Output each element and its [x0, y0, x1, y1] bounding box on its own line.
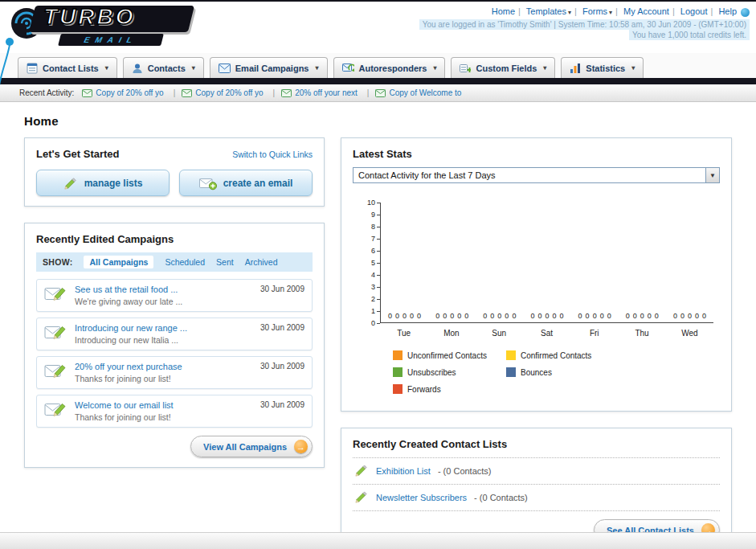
recent-activity-item[interactable]: Copy of 20% off yo	[82, 88, 182, 97]
pencil-icon	[354, 465, 369, 477]
chart-legend: Unconfirmed Contacts Confirmed Contacts …	[393, 350, 720, 401]
contact-list-link[interactable]: Newsletter Subscribers	[376, 493, 467, 502]
chevron-down-icon: ▼	[705, 168, 719, 182]
contact-activity-chart: 109876543210 000000000000000000000000000…	[358, 203, 720, 338]
campaign-subtitle: Thanks for joining our list!	[75, 412, 252, 422]
nav-logout-link[interactable]: Logout	[680, 6, 708, 16]
legend-swatch	[393, 350, 403, 360]
envelope-icon	[182, 89, 192, 97]
campaign-date: 30 Jun 2009	[260, 323, 304, 332]
campaign-title-link[interactable]: See us at the retail food ...	[75, 285, 252, 294]
recent-activity-item[interactable]: 20% off your next	[281, 88, 375, 97]
tab-email-campaigns[interactable]: Email Campaigns▾	[210, 57, 328, 78]
filter-scheduled[interactable]: Scheduled	[165, 257, 205, 267]
campaign-subtitle: We're giving away our late ...	[75, 297, 252, 306]
pencil-icon	[63, 176, 78, 191]
tab-contacts[interactable]: Contacts▾	[123, 57, 204, 78]
recently-edited-campaigns-panel: Recently Edited Campaigns SHOW: All Camp…	[24, 223, 325, 468]
contact-lists-title: Recently Created Contact Lists	[353, 438, 720, 458]
recent-activity-items: Copy of 20% off yo Copy of 20% off yo 20…	[82, 88, 461, 97]
switch-quick-links[interactable]: Switch to Quick Links	[232, 150, 313, 159]
recent-contact-lists-panel: Recently Created Contact Lists Exhibitio…	[341, 428, 732, 549]
nav-forms-link[interactable]: Forms	[582, 6, 607, 16]
top-right-block: Home| Templates▾| Forms▾| My Account| Lo…	[419, 6, 750, 39]
campaign-date: 30 Jun 2009	[260, 400, 304, 409]
get-started-panel: Let's Get Started Switch to Quick Links …	[24, 137, 325, 207]
tab-autoresponders[interactable]: Autoresponders▾	[333, 57, 446, 78]
page-title: Home	[24, 114, 732, 128]
credits-info-line: You have 1,000 total credits left.	[419, 31, 750, 39]
campaign-subtitle: Thanks for joining our list!	[75, 374, 252, 383]
create-email-button[interactable]: create an email	[179, 170, 313, 196]
chevron-down-icon: ▾	[609, 9, 612, 16]
campaign-title-link[interactable]: 20% off your next purchase	[75, 362, 252, 371]
campaign-edit-icon	[44, 285, 67, 302]
chart-y-axis: 109876543210	[358, 203, 380, 323]
campaign-title-link[interactable]: Introducing our new range ...	[75, 323, 252, 333]
custom-fields-icon	[460, 63, 471, 74]
filter-archived[interactable]: Archived	[245, 257, 278, 267]
campaign-filters: SHOW: All Campaigns Scheduled Sent Archi…	[36, 252, 313, 272]
chevron-down-icon: ▾	[192, 64, 195, 72]
filter-sent[interactable]: Sent	[216, 257, 234, 267]
chevron-down-icon: ▾	[568, 9, 571, 16]
nav-home-link[interactable]: Home	[492, 6, 515, 16]
campaign-row: 20% off your next purchase Thanks for jo…	[36, 356, 313, 389]
autoresponders-icon	[342, 63, 354, 73]
contact-list-item: Exhibition List - (0 Contacts)	[353, 458, 720, 485]
tab-statistics[interactable]: Statistics▾	[561, 57, 644, 78]
legend-swatch	[506, 367, 516, 377]
tab-custom-fields[interactable]: Custom Fields▾	[451, 57, 555, 78]
tab-contact-lists[interactable]: Contact Lists▾	[18, 57, 117, 78]
live-help-icon[interactable]	[741, 8, 750, 17]
contact-list-item: Newsletter Subscribers - (0 Contacts)	[353, 485, 720, 511]
campaign-edit-icon	[44, 362, 67, 379]
envelope-icon	[82, 89, 92, 97]
balloon-string-decoration	[0, 37, 18, 93]
login-info-line: You are logged in as 'Timothy Smith' | S…	[419, 20, 750, 29]
recent-activity-item[interactable]: Copy of Welcome to	[375, 88, 461, 97]
legend-swatch	[506, 350, 516, 360]
legend-label: Forwards	[407, 385, 441, 394]
nav-help-link[interactable]: Help	[718, 6, 737, 16]
contact-lists-icon	[27, 63, 38, 74]
envelope-icon	[375, 89, 386, 97]
logo-subtitle: EMAIL	[84, 35, 139, 44]
page-footer	[0, 532, 756, 549]
chevron-down-icon: ▾	[543, 64, 546, 72]
legend-item: Confirmed Contacts	[506, 350, 619, 360]
legend-label: Bounces	[521, 368, 552, 377]
contact-list-link[interactable]: Exhibition List	[376, 466, 431, 476]
get-started-title: Let's Get Started	[36, 148, 120, 160]
chart-days-row: TueMonSunSatFriThuWed	[380, 329, 713, 338]
envelope-plus-icon	[199, 176, 217, 191]
chevron-down-icon: ▾	[315, 64, 318, 72]
recent-activity-label: Recent Activity:	[19, 88, 74, 97]
contact-list-count: - (0 Contacts)	[438, 466, 492, 476]
nav-my-account-link[interactable]: My Account	[623, 6, 669, 16]
manage-lists-button[interactable]: manage lists	[36, 170, 170, 196]
legend-swatch	[393, 367, 403, 377]
legend-label: Unconfirmed Contacts	[407, 351, 487, 360]
app-logo: TURBO EMAIL	[8, 3, 221, 51]
campaign-date: 30 Jun 2009	[260, 362, 304, 371]
contacts-icon	[132, 63, 143, 74]
legend-label: Unsubscribes	[407, 368, 456, 377]
view-all-campaigns-button[interactable]: View All Campaigns	[190, 436, 313, 457]
main-content: Home Let's Get Started Switch to Quick L…	[0, 114, 756, 549]
campaign-title-link[interactable]: Welcome to our email list	[75, 400, 252, 410]
chevron-down-icon: ▾	[105, 64, 108, 72]
legend-item: Unsubscribes	[393, 367, 506, 377]
campaigns-title: Recently Edited Campaigns	[36, 233, 313, 245]
show-label: SHOW:	[43, 257, 72, 267]
campaign-row: Introducing our new range ... Introducin…	[36, 318, 313, 350]
chevron-down-icon: ▾	[631, 64, 635, 72]
recent-activity-item[interactable]: Copy of 20% off yo	[182, 88, 281, 97]
legend-item: Forwards	[393, 384, 506, 394]
arrow-right-icon	[294, 440, 308, 453]
filter-all-campaigns[interactable]: All Campaigns	[84, 256, 153, 268]
logo-sub-bar: EMAIL	[58, 34, 164, 46]
stats-period-select[interactable]: Contact Activity for the Last 7 Days ▼	[353, 167, 720, 183]
nav-templates-link[interactable]: Templates	[526, 6, 566, 16]
chart-plot-area: 00000000000000000000000000000000000	[380, 203, 713, 323]
